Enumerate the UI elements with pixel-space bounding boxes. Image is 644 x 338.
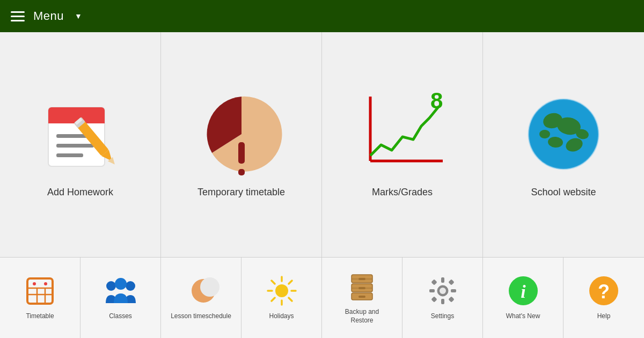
settings-icon bbox=[427, 275, 459, 307]
svg-rect-57 bbox=[429, 289, 435, 292]
bottom-lesson-timeschedule-label: Lesson timeschedule bbox=[171, 312, 231, 321]
svg-rect-24 bbox=[27, 278, 53, 304]
svg-point-21 bbox=[539, 130, 550, 138]
svg-text:8: 8 bbox=[430, 88, 443, 113]
svg-line-44 bbox=[272, 298, 275, 301]
dropdown-arrow-icon[interactable]: ▼ bbox=[75, 12, 82, 20]
svg-rect-5 bbox=[56, 153, 83, 157]
card-marks-grades[interactable]: 8 Marks/Grades bbox=[322, 32, 483, 257]
holidays-icon bbox=[266, 275, 298, 307]
help-icon: ? bbox=[588, 275, 620, 307]
whats-new-icon: i bbox=[507, 275, 539, 307]
bottom-backup-restore-label: Backup andRestore bbox=[345, 308, 379, 325]
card-temporary-timetable[interactable]: Temporary timetable bbox=[161, 32, 322, 257]
svg-rect-11 bbox=[238, 142, 245, 164]
bottom-bar: Timetable Classes bbox=[0, 258, 644, 338]
svg-text:i: i bbox=[521, 282, 526, 302]
backup-restore-icon bbox=[346, 270, 378, 303]
svg-point-32 bbox=[126, 281, 135, 291]
bottom-settings[interactable]: Settings bbox=[402, 258, 483, 338]
temporary-timetable-icon bbox=[199, 91, 284, 177]
bottom-classes-label: Classes bbox=[109, 312, 132, 321]
bottom-settings-label: Settings bbox=[431, 312, 454, 321]
svg-point-36 bbox=[275, 284, 288, 297]
svg-text:?: ? bbox=[598, 281, 610, 303]
school-website-icon bbox=[521, 91, 606, 177]
bottom-timetable[interactable]: Timetable bbox=[0, 258, 80, 338]
marks-grades-icon: 8 bbox=[360, 91, 445, 177]
svg-point-31 bbox=[106, 281, 116, 291]
bottom-classes[interactable]: Classes bbox=[80, 258, 161, 338]
svg-line-43 bbox=[289, 281, 292, 284]
bottom-whats-new[interactable]: i What's New bbox=[483, 258, 564, 338]
card-marks-grades-label: Marks/Grades bbox=[372, 187, 433, 198]
card-temporary-timetable-label: Temporary timetable bbox=[197, 187, 285, 198]
svg-line-41 bbox=[272, 281, 275, 284]
bottom-timetable-label: Timetable bbox=[26, 312, 54, 321]
svg-point-25 bbox=[33, 282, 36, 285]
bottom-backup-restore[interactable]: Backup andRestore bbox=[322, 258, 402, 338]
svg-rect-12 bbox=[238, 169, 245, 175]
svg-rect-61 bbox=[431, 297, 437, 303]
bottom-lesson-timeschedule[interactable]: Lesson timeschedule bbox=[161, 258, 241, 338]
svg-rect-62 bbox=[448, 297, 454, 303]
svg-point-26 bbox=[44, 282, 47, 285]
svg-rect-58 bbox=[451, 289, 456, 292]
svg-point-54 bbox=[440, 288, 446, 294]
svg-rect-56 bbox=[441, 299, 444, 304]
svg-point-35 bbox=[200, 277, 219, 297]
hamburger-menu[interactable] bbox=[11, 11, 25, 21]
svg-point-33 bbox=[115, 278, 127, 290]
bottom-whats-new-label: What's New bbox=[506, 312, 540, 321]
bottom-help[interactable]: ? Help bbox=[564, 258, 644, 338]
bottom-help-label: Help bbox=[597, 312, 611, 321]
svg-rect-55 bbox=[441, 277, 444, 283]
timetable-icon bbox=[24, 275, 56, 307]
card-school-website-label: School website bbox=[531, 187, 596, 198]
bottom-holidays-label: Holidays bbox=[269, 312, 294, 321]
svg-rect-50 bbox=[358, 296, 365, 298]
card-add-homework-label: Add Homework bbox=[47, 187, 113, 198]
card-add-homework[interactable]: Add Homework bbox=[0, 32, 161, 257]
svg-rect-4 bbox=[56, 144, 94, 148]
classes-icon bbox=[105, 275, 137, 307]
svg-rect-59 bbox=[431, 280, 437, 285]
lesson-timeschedule-icon bbox=[185, 275, 217, 307]
header-title: Menu bbox=[33, 9, 64, 23]
main-grid: Add Homework Temporary timetable bbox=[0, 32, 644, 258]
svg-rect-60 bbox=[448, 280, 454, 285]
app-header: Menu ▼ bbox=[0, 0, 644, 32]
card-school-website[interactable]: School website bbox=[483, 32, 644, 257]
add-homework-icon bbox=[38, 91, 123, 177]
bottom-holidays[interactable]: Holidays bbox=[241, 258, 322, 338]
svg-line-42 bbox=[289, 298, 292, 301]
